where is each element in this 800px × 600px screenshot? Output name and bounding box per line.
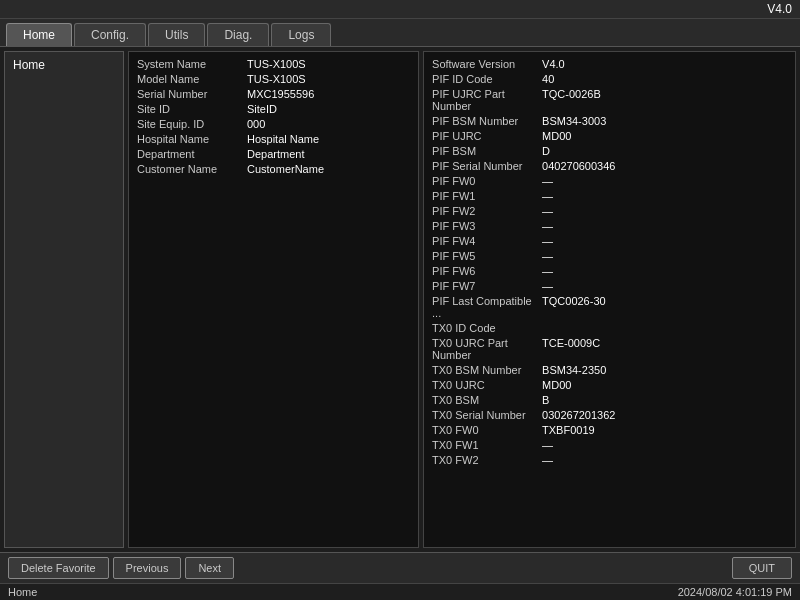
- right-info-row: PIF FW3—: [432, 220, 787, 232]
- info-label: TX0 FW0: [432, 424, 542, 436]
- info-label: TX0 UJRC: [432, 379, 542, 391]
- right-info-row: PIF BSMD: [432, 145, 787, 157]
- left-info-row: Model NameTUS-X100S: [137, 73, 410, 85]
- right-info-row: PIF FW6—: [432, 265, 787, 277]
- right-info-row: PIF BSM NumberBSM34-3003: [432, 115, 787, 127]
- info-label: PIF Last Compatible ...: [432, 295, 542, 319]
- info-label: PIF FW6: [432, 265, 542, 277]
- info-value: BSM34-3003: [542, 115, 606, 127]
- right-info-row: PIF Last Compatible ...TQC0026-30: [432, 295, 787, 319]
- info-value: —: [542, 235, 553, 247]
- right-info-row: PIF FW5—: [432, 250, 787, 262]
- right-info-row: TX0 FW0TXBF0019: [432, 424, 787, 436]
- info-label: PIF FW3: [432, 220, 542, 232]
- right-info-row: PIF FW1—: [432, 190, 787, 202]
- right-info-row: PIF UJRC Part NumberTQC-0026B: [432, 88, 787, 112]
- content-area: System NameTUS-X100SModel NameTUS-X100SS…: [128, 51, 796, 548]
- info-value: MXC1955596: [247, 88, 314, 100]
- info-label: TX0 Serial Number: [432, 409, 542, 421]
- info-label: TX0 BSM: [432, 394, 542, 406]
- info-value: 000: [247, 118, 265, 130]
- right-panel[interactable]: Software VersionV4.0PIF ID Code40PIF UJR…: [423, 51, 796, 548]
- info-label: Department: [137, 148, 247, 160]
- info-value: TXBF0019: [542, 424, 595, 436]
- version-bar: V4.0: [0, 0, 800, 19]
- info-value: MD00: [542, 379, 571, 391]
- info-value: 40: [542, 73, 554, 85]
- info-value: TQC-0026B: [542, 88, 601, 112]
- left-info-row: Hospital NameHospital Name: [137, 133, 410, 145]
- quit-button[interactable]: QUIT: [732, 557, 792, 579]
- right-info-row: TX0 UJRC Part NumberTCE-0009C: [432, 337, 787, 361]
- info-label: PIF FW5: [432, 250, 542, 262]
- info-value: —: [542, 220, 553, 232]
- info-label: Customer Name: [137, 163, 247, 175]
- info-value: TCE-0009C: [542, 337, 600, 361]
- tab-logs[interactable]: Logs: [271, 23, 331, 46]
- info-value: SiteID: [247, 103, 277, 115]
- info-label: Hospital Name: [137, 133, 247, 145]
- delete-favorite-button[interactable]: Delete Favorite: [8, 557, 109, 579]
- info-label: TX0 UJRC Part Number: [432, 337, 542, 361]
- info-value: MD00: [542, 130, 571, 142]
- info-value: —: [542, 250, 553, 262]
- right-info-row: PIF ID Code40: [432, 73, 787, 85]
- info-label: PIF Serial Number: [432, 160, 542, 172]
- info-value: 030267201362: [542, 409, 615, 421]
- info-label: PIF FW0: [432, 175, 542, 187]
- left-info-row: Serial NumberMXC1955596: [137, 88, 410, 100]
- sidebar: Home: [4, 51, 124, 548]
- right-info-row: TX0 BSMB: [432, 394, 787, 406]
- info-value: B: [542, 394, 549, 406]
- info-value: TUS-X100S: [247, 73, 306, 85]
- right-info-row: TX0 ID Code: [432, 322, 787, 334]
- left-info-row: Customer NameCustomerName: [137, 163, 410, 175]
- tab-config[interactable]: Config.: [74, 23, 146, 46]
- info-label: TX0 FW1: [432, 439, 542, 451]
- info-value: —: [542, 439, 553, 451]
- left-info-row: System NameTUS-X100S: [137, 58, 410, 70]
- info-label: TX0 FW2: [432, 454, 542, 466]
- info-label: PIF UJRC: [432, 130, 542, 142]
- info-value: CustomerName: [247, 163, 324, 175]
- right-info-row: TX0 Serial Number030267201362: [432, 409, 787, 421]
- tab-home[interactable]: Home: [6, 23, 72, 46]
- info-value: —: [542, 280, 553, 292]
- info-label: Model Name: [137, 73, 247, 85]
- right-info-row: PIF UJRCMD00: [432, 130, 787, 142]
- left-info-row: Site Equip. ID000: [137, 118, 410, 130]
- status-bar: Home 2024/08/02 4:01:19 PM: [0, 583, 800, 600]
- info-label: PIF FW7: [432, 280, 542, 292]
- info-value: Department: [247, 148, 304, 160]
- bottom-bar: Delete Favorite Previous Next QUIT: [0, 552, 800, 583]
- right-info-row: PIF Serial Number040270600346: [432, 160, 787, 172]
- info-value: Hospital Name: [247, 133, 319, 145]
- status-datetime: 2024/08/02 4:01:19 PM: [678, 586, 792, 598]
- right-info-row: TX0 UJRCMD00: [432, 379, 787, 391]
- right-info-row: Software VersionV4.0: [432, 58, 787, 70]
- status-page: Home: [8, 586, 37, 598]
- info-value: —: [542, 190, 553, 202]
- info-label: PIF FW1: [432, 190, 542, 202]
- right-info-row: TX0 FW2—: [432, 454, 787, 466]
- previous-button[interactable]: Previous: [113, 557, 182, 579]
- right-info-row: PIF FW0—: [432, 175, 787, 187]
- right-info-row: PIF FW4—: [432, 235, 787, 247]
- right-info-row: TX0 BSM NumberBSM34-2350: [432, 364, 787, 376]
- left-info-row: DepartmentDepartment: [137, 148, 410, 160]
- info-value: —: [542, 205, 553, 217]
- right-info-row: TX0 FW1—: [432, 439, 787, 451]
- tab-utils[interactable]: Utils: [148, 23, 205, 46]
- info-label: Site Equip. ID: [137, 118, 247, 130]
- right-info-row: PIF FW2—: [432, 205, 787, 217]
- info-label: PIF FW4: [432, 235, 542, 247]
- info-value: TUS-X100S: [247, 58, 306, 70]
- info-label: Software Version: [432, 58, 542, 70]
- info-label: PIF ID Code: [432, 73, 542, 85]
- info-value: V4.0: [542, 58, 565, 70]
- info-value: 040270600346: [542, 160, 615, 172]
- info-value: D: [542, 145, 550, 157]
- info-label: PIF BSM: [432, 145, 542, 157]
- tab-diag[interactable]: Diag.: [207, 23, 269, 46]
- next-button[interactable]: Next: [185, 557, 234, 579]
